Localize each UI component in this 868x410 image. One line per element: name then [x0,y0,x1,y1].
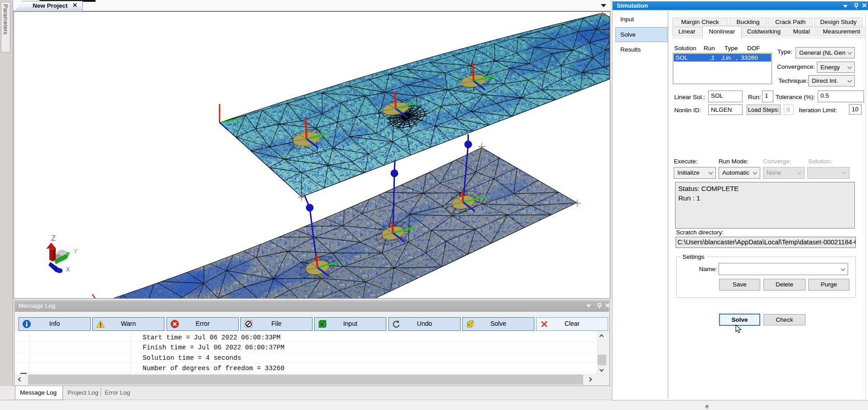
svg-text:X: X [66,266,70,273]
svg-text:Z: Z [51,234,56,242]
svg-text:Y: Y [73,248,78,255]
